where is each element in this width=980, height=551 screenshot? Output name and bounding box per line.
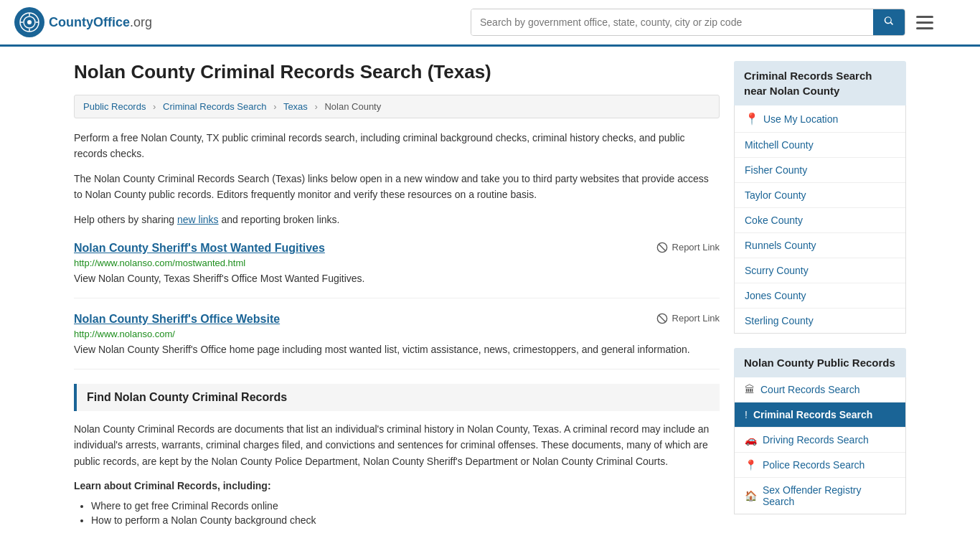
nearby-section: Criminal Records Search near Nolan Count… xyxy=(734,61,906,334)
find-section-body: Nolan County Criminal Records are docume… xyxy=(74,421,720,469)
hamburger-line-1 xyxy=(916,16,933,18)
menu-button[interactable] xyxy=(913,12,937,33)
record-header-0: Nolan County Sheriff's Most Wanted Fugit… xyxy=(74,242,720,255)
bullet-0: Where to get free Criminal Records onlin… xyxy=(91,500,720,512)
find-section-header: Find Nolan County Criminal Records xyxy=(74,384,720,411)
county-runnels[interactable]: Runnels County xyxy=(735,233,905,258)
county-taylor[interactable]: Taylor County xyxy=(735,183,905,208)
report-link-btn-1[interactable]: Report Link xyxy=(656,313,720,324)
location-pin-icon: 📍 xyxy=(745,112,759,126)
record-block-1: Nolan County Sheriff's Office Website Re… xyxy=(74,313,720,369)
county-scurry[interactable]: Scurry County xyxy=(735,258,905,283)
report-link-btn-0[interactable]: Report Link xyxy=(656,242,720,253)
search-wrapper xyxy=(471,9,905,36)
public-records-header: Nolan County Public Records xyxy=(734,348,906,377)
record-url-0: http://www.nolanso.com/mostwanted.html xyxy=(74,258,720,268)
breadcrumb-texas[interactable]: Texas xyxy=(283,101,308,112)
county-coke[interactable]: Coke County xyxy=(735,208,905,233)
criminal-icon: ! xyxy=(745,409,748,420)
logo-text: CountyOffice.org xyxy=(49,15,152,30)
svg-line-8 xyxy=(659,244,665,250)
sex-offender-icon: 🏠 xyxy=(745,490,757,501)
intro-para3: Help others by sharing new links and rep… xyxy=(74,212,720,227)
search-area xyxy=(471,9,937,36)
breadcrumb-sep-3: › xyxy=(314,101,317,112)
intro-para2: The Nolan County Criminal Records Search… xyxy=(74,171,720,203)
sidebar: Criminal Records Search near Nolan Count… xyxy=(734,61,906,529)
hamburger-line-2 xyxy=(916,22,933,24)
record-title-1[interactable]: Nolan County Sheriff's Office Website xyxy=(74,313,280,326)
breadcrumb-current: Nolan County xyxy=(324,101,381,112)
court-icon: 🏛 xyxy=(745,384,755,395)
nearby-section-header: Criminal Records Search near Nolan Count… xyxy=(734,61,906,105)
record-url-1: http://www.nolanso.com/ xyxy=(74,329,720,339)
svg-point-2 xyxy=(27,20,32,24)
county-sterling[interactable]: Sterling County xyxy=(735,309,905,333)
use-location-link[interactable]: Use My Location xyxy=(763,113,838,125)
county-fisher[interactable]: Fisher County xyxy=(735,158,905,183)
police-icon: 📍 xyxy=(745,459,757,471)
use-location-item[interactable]: 📍 Use My Location xyxy=(735,105,905,133)
record-desc-0: View Nolan County, Texas Sheriff's Offic… xyxy=(74,271,720,286)
sidebar-court-records[interactable]: 🏛 Court Records Search xyxy=(735,377,905,402)
record-desc-1: View Nolan County Sheriff's Office home … xyxy=(74,342,720,357)
record-header-1: Nolan County Sheriff's Office Website Re… xyxy=(74,313,720,326)
public-records-list: 🏛 Court Records Search ! Criminal Record… xyxy=(734,377,906,514)
main-content: Nolan County Criminal Records Search (Te… xyxy=(74,61,720,529)
breadcrumb-public-records[interactable]: Public Records xyxy=(83,101,146,112)
breadcrumb: Public Records › Criminal Records Search… xyxy=(74,95,720,118)
logo-icon xyxy=(14,7,44,37)
record-title-0[interactable]: Nolan County Sheriff's Most Wanted Fugit… xyxy=(74,242,325,255)
page-title: Nolan County Criminal Records Search (Te… xyxy=(74,61,720,83)
breadcrumb-criminal-records[interactable]: Criminal Records Search xyxy=(163,101,267,112)
svg-line-10 xyxy=(659,315,665,321)
public-records-section: Nolan County Public Records 🏛 Court Reco… xyxy=(734,348,906,514)
breadcrumb-sep-2: › xyxy=(273,101,276,112)
breadcrumb-sep-1: › xyxy=(153,101,156,112)
learn-title: Learn about Criminal Records, including: xyxy=(74,478,720,494)
intro-para1: Perform a free Nolan County, TX public c… xyxy=(74,130,720,162)
nearby-list: 📍 Use My Location Mitchell County Fisher… xyxy=(734,105,906,334)
search-input[interactable] xyxy=(471,9,873,35)
logo-area: CountyOffice.org xyxy=(14,7,152,37)
bullet-1: How to perform a Nolan County background… xyxy=(91,514,720,526)
record-block-0: Nolan County Sheriff's Most Wanted Fugit… xyxy=(74,242,720,298)
learn-bullets: Where to get free Criminal Records onlin… xyxy=(91,500,720,526)
sidebar-driving-records[interactable]: 🚗 Driving Records Search xyxy=(735,428,905,453)
sidebar-sex-offender[interactable]: 🏠 Sex Offender Registry Search xyxy=(735,478,905,514)
search-button[interactable] xyxy=(873,9,905,35)
sidebar-criminal-records[interactable]: ! Criminal Records Search xyxy=(735,402,905,428)
content-wrapper: Nolan County Criminal Records Search (Te… xyxy=(60,47,920,529)
car-icon: 🚗 xyxy=(745,434,757,446)
hamburger-line-3 xyxy=(916,27,933,29)
site-header: CountyOffice.org xyxy=(0,0,980,47)
sidebar-police-records[interactable]: 📍 Police Records Search xyxy=(735,453,905,478)
county-jones[interactable]: Jones County xyxy=(735,283,905,309)
county-mitchell[interactable]: Mitchell County xyxy=(735,133,905,158)
new-links-link[interactable]: new links xyxy=(177,214,219,225)
